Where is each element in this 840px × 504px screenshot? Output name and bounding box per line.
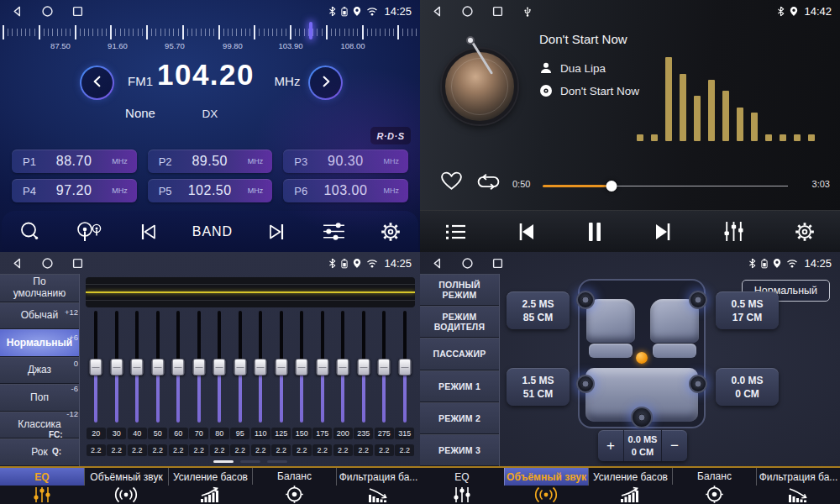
eq-band-slider[interactable]	[333, 311, 354, 423]
nav-home-icon[interactable]	[39, 257, 55, 270]
band-button[interactable]: BAND	[192, 224, 233, 239]
preset-button-p2[interactable]: P289.50MHz	[148, 150, 273, 173]
eq-band-slider[interactable]	[230, 311, 251, 423]
eq-band-slider[interactable]	[354, 311, 375, 423]
slider-handle[interactable]	[378, 359, 391, 375]
tab-filter[interactable]: Фильтрация ба...	[756, 468, 840, 504]
slider-handle[interactable]	[357, 359, 370, 375]
eq-preset-label: Джаз	[28, 365, 51, 376]
playlist-icon[interactable]	[444, 223, 467, 241]
eq-band-slider[interactable]	[209, 311, 230, 423]
tune-up-button[interactable]	[308, 66, 343, 100]
slider-handle[interactable]	[296, 359, 308, 375]
progress-knob[interactable]	[606, 181, 617, 192]
slider-handle[interactable]	[90, 359, 102, 375]
slider-handle[interactable]	[172, 359, 185, 375]
front-left-delay-button[interactable]: 2.5 MS 85 CM	[507, 291, 570, 329]
tab-surround[interactable]: Объёмный звук	[84, 468, 168, 504]
next-track-icon[interactable]	[653, 222, 675, 242]
surround-mode-item[interactable]: ПОЛНЫЙ РЕЖИМ	[420, 274, 499, 306]
preset-button-p1[interactable]: P188.70MHz	[12, 150, 137, 173]
gear-icon[interactable]	[794, 221, 816, 243]
slider-handle[interactable]	[192, 359, 205, 375]
preset-button-p6[interactable]: P6103.00MHz	[283, 179, 408, 202]
eq-band-slider[interactable]	[374, 311, 395, 423]
nav-back-icon[interactable]	[8, 5, 25, 18]
tab-filter[interactable]: Фильтрация ба...	[336, 468, 420, 504]
eq-band-slider[interactable]	[271, 311, 292, 423]
slider-handle[interactable]	[213, 359, 226, 375]
tab-eq-sliders[interactable]: EQ	[420, 468, 504, 504]
nav-back-icon[interactable]	[8, 257, 25, 270]
page-indicator[interactable]	[240, 460, 260, 463]
broadcast-scan-icon[interactable]	[75, 220, 103, 243]
tab-balance[interactable]: Баланс	[672, 468, 756, 504]
eq-band-slider[interactable]	[189, 311, 210, 423]
surround-mode-item[interactable]: РЕЖИМ 3	[420, 434, 499, 466]
eq-band-slider[interactable]	[168, 311, 189, 423]
eq-band-slider[interactable]	[395, 311, 416, 423]
surround-mode-item[interactable]: ПАССАЖИР	[420, 338, 499, 370]
tab-surround[interactable]: Объёмный звук	[504, 468, 588, 504]
slider-handle[interactable]	[398, 359, 411, 375]
slider-handle[interactable]	[234, 359, 246, 375]
nav-home-icon[interactable]	[459, 257, 475, 270]
rear-left-delay-button[interactable]: 1.5 MS 51 CM	[507, 368, 570, 406]
nav-recents-icon[interactable]	[69, 257, 86, 270]
slider-handle[interactable]	[255, 359, 267, 375]
equalizer-shortcut-icon[interactable]	[722, 220, 745, 243]
next-station-icon[interactable]	[266, 223, 288, 241]
preset-button-p4[interactable]: P497.20MHz	[12, 179, 137, 202]
audio-settings-icon[interactable]	[322, 221, 346, 242]
surround-mode-item[interactable]: РЕЖИМ ВОДИТЕЛЯ	[420, 306, 499, 338]
slider-handle[interactable]	[275, 359, 287, 375]
eq-preset-item[interactable]: По умолчанию	[0, 274, 79, 302]
nav-recents-icon[interactable]	[489, 257, 506, 270]
gear-icon[interactable]	[380, 221, 402, 243]
slider-handle[interactable]	[110, 359, 123, 375]
eq-band-slider[interactable]	[148, 311, 169, 423]
eq-band-slider[interactable]	[250, 311, 271, 423]
nav-recents-icon[interactable]	[69, 5, 86, 18]
radio-tuning-pointer[interactable]	[309, 22, 312, 39]
eq-band-slider[interactable]	[86, 311, 107, 423]
slider-handle[interactable]	[316, 359, 328, 375]
tab-eq-sliders[interactable]: EQ	[0, 468, 84, 504]
tab-balance[interactable]: Баланс	[252, 468, 336, 504]
preset-button-p3[interactable]: P390.30MHz	[283, 150, 408, 173]
eq-band-slider[interactable]	[107, 311, 128, 423]
tab-bass-boost[interactable]: Усиление басов	[588, 468, 672, 504]
slider-handle[interactable]	[131, 359, 144, 375]
front-right-delay-button[interactable]: 0.5 MS 17 CM	[716, 291, 779, 329]
nav-back-icon[interactable]	[428, 5, 445, 18]
decrease-delay-button[interactable]: −	[662, 430, 687, 461]
slider-handle[interactable]	[151, 359, 164, 375]
pause-icon[interactable]	[585, 221, 604, 243]
fc-values: 2030405060708095110125150175200235275315	[86, 428, 415, 439]
previous-station-icon[interactable]	[137, 223, 159, 241]
preset-button-p5[interactable]: P5102.50MHz	[148, 179, 273, 202]
surround-mode-item[interactable]: РЕЖИМ 1	[420, 370, 499, 402]
rear-right-delay-button[interactable]: 0.0 MS 0 CM	[716, 368, 779, 406]
nav-home-icon[interactable]	[39, 5, 55, 18]
previous-track-icon[interactable]	[515, 222, 537, 242]
nav-home-icon[interactable]	[459, 5, 475, 18]
page-indicator[interactable]	[267, 460, 287, 463]
eq-band-slider[interactable]	[312, 311, 333, 423]
eq-preset-item[interactable]: Рок	[0, 438, 79, 466]
increase-delay-button[interactable]: +	[598, 430, 623, 461]
surround-mode-item[interactable]: РЕЖИМ 2	[420, 402, 499, 434]
search-icon[interactable]	[18, 220, 41, 243]
page-indicator[interactable]	[213, 460, 234, 463]
eq-band-slider[interactable]	[127, 311, 148, 423]
seek-bar[interactable]	[543, 184, 788, 188]
nav-back-icon[interactable]	[428, 257, 445, 270]
repeat-icon[interactable]	[475, 172, 501, 195]
favorite-heart-icon[interactable]	[440, 171, 463, 195]
tick	[268, 29, 269, 36]
nav-recents-icon[interactable]	[489, 5, 506, 18]
slider-handle[interactable]	[337, 359, 349, 375]
eq-band-slider[interactable]	[291, 311, 312, 423]
tick	[393, 29, 394, 36]
tab-bass-boost[interactable]: Усиление басов	[168, 468, 252, 504]
